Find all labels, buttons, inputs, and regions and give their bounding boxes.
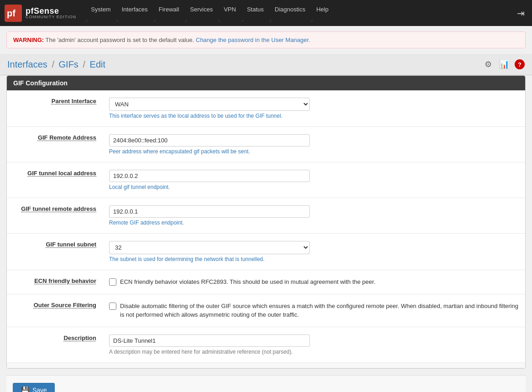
section-header: GIF Configuration (7, 76, 525, 90)
brand-name: pfSense (26, 7, 76, 15)
help-parent-interface: This interface serves as the local addre… (109, 113, 519, 119)
field-description: A description may be entered here for ad… (103, 333, 525, 357)
row-outer-source-filtering: Outer Source Filtering Disable automatic… (7, 294, 525, 327)
label-text-description: Description (63, 335, 96, 341)
pfsense-logo-icon: pf (5, 5, 22, 22)
nav-link-firewall[interactable]: Firewall (153, 2, 185, 16)
field-ecn-friendly: ECN friendly behavior violates RFC2893. … (103, 276, 525, 288)
input-gif-remote-address[interactable] (109, 134, 310, 146)
label-text-gif-tunnel-subnet: GIF tunnel subnet (46, 241, 97, 248)
nav-item-diagnostics[interactable]: Diagnostics▾ (269, 2, 311, 24)
help-gif-tunnel-subnet: The subnet is used for determining the n… (109, 256, 519, 262)
row-gif-tunnel-subnet: GIF tunnel subnet 128 64 32 24 16 The su… (7, 234, 525, 270)
checkbox-label-ecn: ECN friendly behavior violates RFC2893. … (120, 277, 376, 287)
breadcrumb: Interfaces / GIFs / Edit (7, 59, 105, 70)
chart-icon[interactable]: 📊 (497, 58, 511, 70)
breadcrumb-icons: ⚙ 📊 ? (483, 58, 525, 70)
help-gif-tunnel-remote: Remote GIF address endpoint. (109, 220, 519, 226)
checkbox-row-outer: Disable automatic filtering of the outer… (109, 302, 519, 319)
row-ecn-friendly: ECN friendly behavior ECN friendly behav… (7, 270, 525, 294)
nav-link-services[interactable]: Services (185, 2, 219, 16)
breadcrumb-bar: Interfaces / GIFs / Edit ⚙ 📊 ? (0, 54, 532, 75)
input-gif-tunnel-local[interactable] (109, 170, 310, 182)
select-parent-interface[interactable]: WAN LAN OPT1 (109, 98, 310, 111)
label-ecn-friendly: ECN friendly behavior (7, 276, 103, 288)
label-text-gif-tunnel-local: GIF tunnel local address (27, 170, 96, 177)
select-gif-tunnel-subnet[interactable]: 128 64 32 24 16 (109, 241, 310, 254)
input-description[interactable] (109, 335, 310, 347)
label-text-outer-source-filtering: Outer Source Filtering (34, 302, 96, 308)
help-gif-tunnel-local: Local gif tunnel endpoint. (109, 184, 519, 190)
label-text-parent-interface: Parent Interface (52, 98, 96, 105)
nav-menu: System▾ Interfaces▾ Firewall▾ Services▾ … (85, 2, 514, 24)
warning-text: The 'admin' account password is set to t… (46, 37, 196, 43)
nav-link-help[interactable]: Help (311, 2, 334, 16)
warning-banner: WARNING: The 'admin' account password is… (6, 31, 526, 48)
label-text-gif-remote-address: GIF Remote Address (38, 134, 96, 141)
label-gif-remote-address: GIF Remote Address (7, 132, 103, 157)
help-gif-remote-address: Peer address where encapsulated gif pack… (109, 148, 519, 155)
brand-edition: COMMUNITY EDITION (26, 15, 76, 19)
label-description: Description (7, 333, 103, 357)
save-icon: 💾 (21, 386, 30, 392)
label-parent-interface: Parent Interface (7, 96, 103, 121)
nav-link-status[interactable]: Status (241, 2, 269, 16)
help-description: A description may be entered here for ad… (109, 349, 519, 355)
gif-config-card: GIF Configuration Parent Interface WAN L… (6, 75, 526, 369)
input-gif-tunnel-remote[interactable] (109, 205, 310, 218)
checkbox-row-ecn: ECN friendly behavior violates RFC2893. … (109, 277, 519, 287)
svg-text:pf: pf (7, 8, 16, 18)
nav-link-interfaces[interactable]: Interfaces (116, 2, 153, 16)
section-divider (7, 363, 525, 368)
breadcrumb-sep-2: / (83, 59, 85, 69)
nav-right: ⇥ (514, 5, 527, 21)
save-label: Save (32, 387, 47, 392)
checkbox-outer-source[interactable] (109, 303, 116, 310)
label-gif-tunnel-local: GIF tunnel local address (7, 168, 103, 192)
label-text-ecn-friendly: ECN friendly behavior (34, 277, 96, 284)
logout-icon[interactable]: ⇥ (514, 5, 527, 21)
section-title: GIF Configuration (13, 79, 68, 87)
form-footer: 💾 Save (6, 375, 526, 392)
row-parent-interface: Parent Interface WAN LAN OPT1 This inter… (7, 90, 525, 127)
warning-label: WARNING: (13, 37, 44, 43)
nav-item-vpn[interactable]: VPN▾ (218, 2, 241, 24)
field-gif-tunnel-local: Local gif tunnel endpoint. (103, 168, 525, 192)
field-parent-interface: WAN LAN OPT1 This interface serves as th… (103, 96, 525, 121)
checkbox-ecn-friendly[interactable] (109, 278, 116, 286)
breadcrumb-edit: Edit (90, 59, 105, 69)
save-button[interactable]: 💾 Save (13, 383, 55, 392)
row-gif-tunnel-local: GIF tunnel local address Local gif tunne… (7, 162, 525, 198)
nav-link-system[interactable]: System (85, 2, 116, 16)
settings-icon[interactable]: ⚙ (483, 58, 494, 70)
label-outer-source-filtering: Outer Source Filtering (7, 300, 103, 321)
row-gif-tunnel-remote: GIF tunnel remote address Remote GIF add… (7, 198, 525, 234)
nav-item-services[interactable]: Services▾ (185, 2, 219, 24)
nav-item-help[interactable]: Help▾ (311, 2, 334, 24)
breadcrumb-sep-1: / (52, 59, 54, 69)
nav-item-firewall[interactable]: Firewall▾ (153, 2, 185, 24)
field-gif-tunnel-remote: Remote GIF address endpoint. (103, 204, 525, 228)
field-outer-source-filtering: Disable automatic filtering of the outer… (103, 300, 525, 321)
field-gif-tunnel-subnet: 128 64 32 24 16 The subnet is used for d… (103, 239, 525, 264)
nav-item-system[interactable]: System▾ (85, 2, 116, 24)
label-gif-tunnel-subnet: GIF tunnel subnet (7, 239, 103, 264)
nav-item-status[interactable]: Status▾ (241, 2, 269, 24)
nav-item-interfaces[interactable]: Interfaces▾ (116, 2, 153, 24)
label-text-gif-tunnel-remote: GIF tunnel remote address (21, 205, 96, 212)
section-body: Parent Interface WAN LAN OPT1 This inter… (7, 90, 525, 368)
row-gif-remote-address: GIF Remote Address Peer address where en… (7, 127, 525, 162)
breadcrumb-gifs[interactable]: GIFs (59, 59, 78, 69)
field-gif-remote-address: Peer address where encapsulated gif pack… (103, 132, 525, 157)
brand-logo[interactable]: pf pfSense COMMUNITY EDITION (5, 5, 76, 22)
checkbox-label-outer: Disable automatic filtering of the outer… (120, 302, 519, 319)
main-content: GIF Configuration Parent Interface WAN L… (6, 75, 526, 392)
nav-link-vpn[interactable]: VPN (218, 2, 241, 16)
warning-link[interactable]: Change the password in the User Manager. (196, 37, 310, 43)
nav-link-diagnostics[interactable]: Diagnostics (269, 2, 311, 16)
help-icon[interactable]: ? (515, 59, 525, 69)
navbar: pf pfSense COMMUNITY EDITION System▾ Int… (0, 0, 532, 26)
row-description: Description A description may be entered… (7, 327, 525, 363)
label-gif-tunnel-remote: GIF tunnel remote address (7, 204, 103, 228)
breadcrumb-interfaces[interactable]: Interfaces (7, 59, 47, 69)
